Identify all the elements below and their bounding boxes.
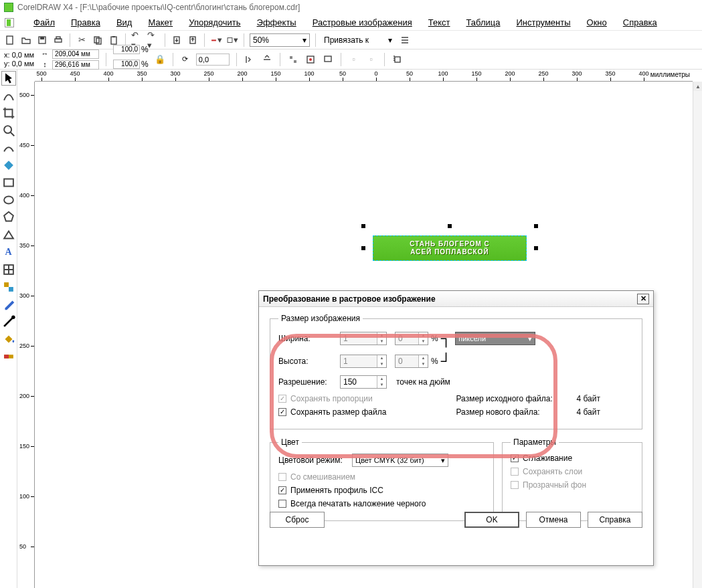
trace-icon[interactable] xyxy=(287,54,299,66)
height-input[interactable]: 296,616 мм xyxy=(52,60,99,70)
menu-layout[interactable]: Макет xyxy=(140,16,181,29)
crop-tool-icon[interactable] xyxy=(1,106,16,120)
shape-tool-icon[interactable] xyxy=(1,88,16,103)
app-launcher-icon[interactable]: ▾ xyxy=(210,34,222,46)
coord-y-label: y: xyxy=(4,60,10,68)
smartfill-tool-icon[interactable] xyxy=(1,158,16,173)
scale-x-input[interactable] xyxy=(113,45,140,54)
units-combo[interactable]: пиксели▾ xyxy=(455,332,535,345)
menu-bitmaps[interactable]: Растровые изображения xyxy=(304,16,420,29)
handle-tl[interactable] xyxy=(361,224,365,228)
doc-logo-icon xyxy=(4,17,15,28)
menu-view[interactable]: Вид xyxy=(108,16,141,29)
print-icon[interactable] xyxy=(52,34,64,46)
zoom-combo[interactable]: 50%▾ xyxy=(250,33,310,47)
svg-rect-23 xyxy=(4,282,9,287)
bitmap-edit-icon[interactable] xyxy=(322,54,334,66)
help-button[interactable]: Справка xyxy=(588,512,642,528)
interactive-fill-tool-icon[interactable] xyxy=(1,349,16,364)
menu-edit[interactable]: Правка xyxy=(63,16,108,29)
text-tool-icon[interactable]: A xyxy=(1,245,16,260)
svg-rect-11 xyxy=(211,39,216,41)
mirror-v-icon[interactable] xyxy=(261,54,273,66)
keep-filesize-checkbox[interactable]: ✓Сохранять размер файла xyxy=(278,407,456,417)
zoom-tool-icon[interactable] xyxy=(1,123,16,138)
menu-text[interactable]: Текст xyxy=(420,16,458,29)
svg-rect-13 xyxy=(290,56,292,59)
rectangle-tool-icon[interactable] xyxy=(1,175,16,190)
svg-rect-8 xyxy=(112,36,115,37)
width-pct-spinner[interactable]: ▲▼ xyxy=(395,332,428,345)
handle-ml[interactable] xyxy=(361,246,365,250)
handle-mr[interactable] xyxy=(534,246,538,250)
selected-bitmap-object[interactable]: СТАНЬ БЛОГЕРОМ САСЕЙ ПОПЛАВСКОЙ xyxy=(373,235,527,261)
ellipse-tool-icon[interactable] xyxy=(1,193,16,207)
menu-table[interactable]: Таблица xyxy=(458,16,509,29)
convert-to-bitmap-dialog: Преобразование в растровое изображение ✕… xyxy=(258,290,654,566)
svg-rect-0 xyxy=(7,36,13,44)
menu-arrange[interactable]: Упорядочить xyxy=(181,16,248,29)
menu-help[interactable]: Справка xyxy=(615,16,665,29)
black-overprint-checkbox[interactable]: Всегда печатать наложение черного xyxy=(278,499,485,508)
svg-rect-7 xyxy=(111,37,116,44)
import-icon[interactable] xyxy=(171,34,183,46)
width-icon: ↔ xyxy=(39,49,50,60)
horizontal-ruler: миллиметры 50045040035030025020015010050… xyxy=(35,70,693,82)
fill-tool-icon[interactable] xyxy=(1,332,16,347)
eyedropper-tool-icon[interactable] xyxy=(1,297,16,312)
dialog-titlebar[interactable]: Преобразование в растровое изображение ✕ xyxy=(259,291,653,307)
color-mode-combo[interactable]: Цвет CMYK (32 бит)▾ xyxy=(352,454,448,467)
resample-icon[interactable] xyxy=(304,54,317,66)
scroll-up-icon[interactable]: ▲ xyxy=(693,82,702,91)
interactive-tool-icon[interactable] xyxy=(1,280,16,294)
width-label: Ширина: xyxy=(278,334,340,343)
rotation-input[interactable] xyxy=(196,54,230,66)
ok-button[interactable]: OK xyxy=(464,512,519,528)
app-logo-icon xyxy=(4,3,13,12)
pick-tool-icon[interactable] xyxy=(1,71,16,86)
menu-tools[interactable]: Инструменты xyxy=(509,16,579,29)
menu-bar: Файл Правка Вид Макет Упорядочить Эффект… xyxy=(0,15,702,31)
snap-combo[interactable]: Привязать к▾ xyxy=(321,33,395,47)
icc-checkbox[interactable]: ✓Применять профиль ICC xyxy=(278,486,485,495)
export-icon[interactable] xyxy=(187,34,199,46)
antialias-checkbox[interactable]: ✓Сглаживание xyxy=(511,454,634,463)
width-input[interactable]: 209,004 мм xyxy=(52,50,99,59)
menu-effects[interactable]: Эффекты xyxy=(249,16,304,29)
welcome-icon[interactable]: ▾ xyxy=(226,34,238,46)
menu-file[interactable]: Файл xyxy=(25,16,63,29)
mirror-h-icon[interactable] xyxy=(244,54,256,66)
height-pct-spinner[interactable]: ▲▼ xyxy=(395,355,428,368)
resolution-spinner[interactable]: ▲▼ xyxy=(340,375,387,389)
lock-ratio-icon[interactable]: 🔒 xyxy=(154,54,166,66)
reset-button[interactable]: Сброс xyxy=(270,512,325,528)
menu-window[interactable]: Окно xyxy=(579,16,615,29)
handle-tm[interactable] xyxy=(448,224,452,228)
freehand-tool-icon[interactable] xyxy=(1,140,16,155)
vertical-ruler: 50045040035030025020015010050 xyxy=(17,82,35,588)
handle-tr[interactable] xyxy=(534,224,538,228)
scale-y-input[interactable] xyxy=(113,60,140,69)
to-front-icon: ▫ xyxy=(348,54,360,66)
redo-icon[interactable]: ↷ ▾ xyxy=(147,34,159,46)
height-label: Высота: xyxy=(278,357,340,366)
keep-ratio-checkbox: ✓Сохранять пропорции xyxy=(278,394,456,403)
tool-palette: A xyxy=(0,70,17,588)
height-spinner[interactable]: ▲▼ xyxy=(340,355,387,368)
fieldset-params: Параметры ✓Сглаживание Сохранять слои Пр… xyxy=(502,437,642,521)
cut-icon[interactable]: ✂ xyxy=(76,34,88,46)
options-icon[interactable] xyxy=(399,34,411,46)
table-tool-icon[interactable] xyxy=(1,262,16,277)
open-icon[interactable] xyxy=(20,34,32,46)
save-icon[interactable] xyxy=(36,34,48,46)
wrap-text-icon[interactable] xyxy=(391,54,404,66)
copy-icon[interactable] xyxy=(92,34,104,46)
polygon-tool-icon[interactable] xyxy=(1,210,16,225)
close-icon[interactable]: ✕ xyxy=(637,294,649,304)
outline-tool-icon[interactable] xyxy=(1,314,16,329)
basic-shapes-tool-icon[interactable] xyxy=(1,227,16,242)
vertical-scrollbar[interactable]: ▲ xyxy=(693,82,702,588)
cancel-button[interactable]: Отмена xyxy=(526,512,581,528)
new-icon[interactable] xyxy=(4,34,16,46)
width-spinner[interactable]: ▲▼ xyxy=(340,332,387,345)
